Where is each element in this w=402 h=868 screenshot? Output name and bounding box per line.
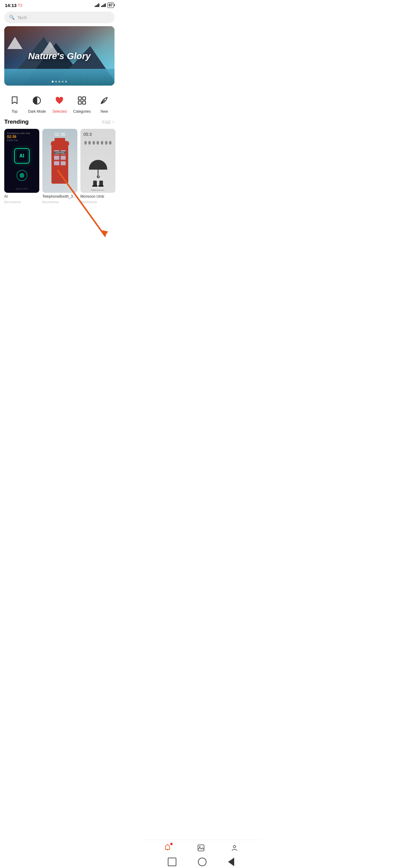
mountain-snow-left xyxy=(7,37,23,49)
trending-more[interactable]: ЕЩЕ > xyxy=(102,120,115,124)
wallpaper-card-ai[interactable]: Emergency calls only 02:36 03/16 Tue AI … xyxy=(4,129,39,204)
wipe-to-unlock: wipe up to unlock xyxy=(53,180,67,182)
svg-marker-10 xyxy=(100,230,108,236)
wallpaper-thumb-telephone: 02:36 TELEPHONE xyxy=(42,129,78,193)
umbrella-icon xyxy=(89,160,107,178)
category-new-label: New xyxy=(100,109,108,114)
hero-dot-4[interactable] xyxy=(62,81,64,83)
status-icons: 87 xyxy=(95,2,114,8)
monsoon-time: 05:3 xyxy=(84,132,92,137)
phone-booth-time: 02:36 xyxy=(55,132,65,137)
category-selected[interactable]: Selected xyxy=(52,93,67,114)
category-top[interactable]: Top xyxy=(8,93,22,114)
ai-circuit: AI xyxy=(14,148,30,163)
wallpaper-price-ai: Бесплатно xyxy=(4,200,39,204)
svg-rect-2 xyxy=(83,97,86,100)
status-time: 14:13 T2 xyxy=(5,3,23,8)
wallpaper-row: Emergency calls only 02:36 03/16 Tue AI … xyxy=(0,129,119,204)
hero-dot-5[interactable] xyxy=(65,81,67,83)
category-selected-label: Selected xyxy=(52,109,67,114)
category-categories[interactable]: Categories xyxy=(73,93,91,114)
bookmark-icon xyxy=(8,93,22,107)
svg-point-8 xyxy=(21,175,22,176)
category-dark-mode-label: Dark Mode xyxy=(28,109,46,114)
hero-dots xyxy=(52,81,67,83)
hero-title: Nature's Glory xyxy=(28,51,91,61)
wallpaper-card-telephone[interactable]: 02:36 TELEPHONE xyxy=(42,129,78,204)
swipe-to-unlock: Swipe up to unl... xyxy=(91,189,105,191)
phone-booth-shape: TELEPHONE xyxy=(52,144,68,184)
wallpaper-price-monsoon: Бесплатно xyxy=(81,200,116,204)
lake xyxy=(4,69,115,86)
hero-banner[interactable]: Nature's Glory xyxy=(4,26,115,86)
grid-icon xyxy=(75,93,89,107)
category-new[interactable]: New xyxy=(97,93,111,114)
trending-header: Trending ЕЩЕ > xyxy=(0,119,119,129)
hero-dot-3[interactable] xyxy=(59,81,60,83)
category-top-label: Top xyxy=(11,109,18,114)
svg-rect-1 xyxy=(78,97,81,100)
category-categories-label: Categories xyxy=(73,109,91,114)
svg-point-7 xyxy=(21,174,23,177)
signal-2-icon xyxy=(101,3,106,7)
wallpaper-thumb-ai: Emergency calls only 02:36 03/16 Tue AI … xyxy=(4,129,39,193)
monsoon-boots xyxy=(93,181,103,187)
wallpaper-name-telephone: TelephoneBooth_3MDP xyxy=(42,194,78,198)
ai-time: 02:36 xyxy=(6,135,17,139)
svg-rect-3 xyxy=(78,101,81,104)
leaf-icon xyxy=(97,93,111,107)
wallpaper-card-monsoon[interactable]: 05:3 S xyxy=(81,129,116,204)
dark-mode-icon xyxy=(30,93,44,107)
hero-dot-2[interactable] xyxy=(55,81,57,83)
carrier-text: T2 xyxy=(18,3,22,8)
ai-battery: power 100% xyxy=(16,188,28,190)
wallpaper-name-monsoon: Monsoon Umb xyxy=(81,194,116,198)
ai-fingerprint-icon xyxy=(17,170,27,181)
monsoon-drops xyxy=(81,141,116,145)
wallpaper-thumb-monsoon: 05:3 S xyxy=(81,129,116,193)
wallpaper-name-ai: AI xyxy=(4,194,39,198)
ai-badge: AI xyxy=(14,148,30,163)
search-icon: 🔍 xyxy=(9,14,15,20)
search-bar[interactable]: 🔍 Tech xyxy=(4,11,115,23)
categories-row: Top Dark Mode Selected Cat xyxy=(0,90,119,119)
battery-icon: 87 xyxy=(107,2,114,8)
status-bar: 14:13 T2 87 xyxy=(0,0,119,9)
category-dark-mode[interactable]: Dark Mode xyxy=(28,93,46,114)
search-input[interactable]: Tech xyxy=(18,15,27,20)
ai-status: Emergency calls only xyxy=(6,132,30,135)
time-text: 14:13 xyxy=(5,3,17,8)
hero-dot-1[interactable] xyxy=(52,81,54,83)
trending-title: Trending xyxy=(4,119,29,125)
signal-1-icon xyxy=(95,3,99,7)
wallpaper-price-telephone: Бесплатно xyxy=(42,200,78,204)
ai-date: 03/16 Tue xyxy=(6,139,18,142)
heart-icon xyxy=(52,93,66,107)
svg-rect-4 xyxy=(83,101,86,104)
